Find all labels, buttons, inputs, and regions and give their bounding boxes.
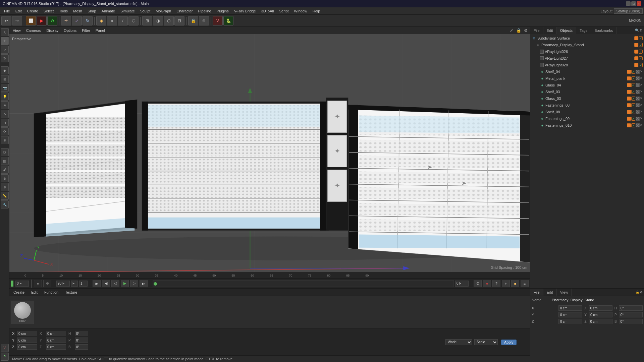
mat-texture[interactable]: Texture: [62, 290, 80, 295]
obj-tex-fastenings09[interactable]: [636, 117, 640, 121]
toolbar-rotate[interactable]: ↻: [83, 16, 93, 25]
toolbar-isoparms[interactable]: ⊟: [174, 16, 184, 25]
toolbar-move[interactable]: ✛: [61, 16, 71, 25]
vp-view[interactable]: View: [11, 28, 23, 33]
left-object[interactable]: ◆: [1, 66, 9, 74]
obj-glass03[interactable]: ◈ Glass_03 ✓ ✕: [530, 95, 644, 102]
attr-size-x[interactable]: [589, 305, 612, 311]
obj-color-vraylight028[interactable]: [634, 63, 638, 67]
anim-to-start[interactable]: ⏮: [93, 280, 101, 287]
coord-mode-select[interactable]: Scale Absolute Relative: [474, 339, 498, 345]
coord-system-select[interactable]: World Object Global: [445, 339, 472, 345]
menu-mograph[interactable]: MoGraph: [153, 8, 174, 14]
obj-tex-fastenings010[interactable]: [636, 123, 640, 127]
obj-visible-glass04[interactable]: ✓: [631, 83, 635, 87]
vp-options[interactable]: Options: [62, 28, 78, 33]
anim-btn5[interactable]: ■: [511, 280, 519, 287]
anim-btn4[interactable]: +: [502, 280, 510, 287]
om-tab-tags[interactable]: Tags: [576, 27, 591, 34]
obj-tex-glass04[interactable]: [636, 83, 640, 87]
attr-y-pos[interactable]: [558, 312, 582, 317]
vp-panel[interactable]: Panel: [94, 28, 107, 33]
obj-visible-shelf03[interactable]: ✓: [631, 90, 635, 94]
anim-btn2[interactable]: ●: [483, 280, 491, 287]
attr-h-rot[interactable]: [619, 305, 643, 311]
attr-z-pos[interactable]: [558, 319, 582, 324]
obj-color-metal-plank[interactable]: [627, 76, 631, 80]
menu-character[interactable]: Character: [174, 8, 195, 14]
menu-mesh[interactable]: Mesh: [70, 8, 85, 14]
obj-color-shelf08[interactable]: [627, 110, 631, 114]
vp-cameras[interactable]: Cameras: [24, 28, 43, 33]
obj-visible-fastenings09[interactable]: ✓: [631, 117, 635, 121]
window-controls[interactable]: _ □ ×: [626, 1, 641, 6]
toolbar-redo[interactable]: ↪: [12, 16, 22, 25]
obj-pharmacy-stand[interactable]: ○ Pharmacy_Display_Stand ✓: [530, 42, 644, 48]
left-material[interactable]: ⬡: [1, 148, 9, 156]
obj-metal-plank[interactable]: ◈ Metal_plank ✓ ✕: [530, 75, 644, 82]
toolbar-vray[interactable]: V: [213, 16, 223, 25]
left-measure[interactable]: 📏: [1, 192, 9, 200]
menu-vray[interactable]: V-Ray Bridge: [231, 8, 259, 14]
vp-maximize-icon[interactable]: ⤢: [508, 27, 515, 34]
keyframe-track[interactable]: [153, 280, 454, 287]
toolbar-wireframe[interactable]: ⬡: [164, 16, 174, 25]
left-rotate[interactable]: ↻: [1, 54, 9, 62]
obj-fastenings09[interactable]: ◈ Fastenings_09 ✓ ✕: [530, 115, 644, 122]
attr-x-pos[interactable]: [558, 305, 582, 311]
obj-tex-shelf08[interactable]: [636, 110, 640, 114]
viewport[interactable]: Perspective Grid Spacing : 100 cm: [9, 34, 530, 272]
obj-color-fastenings08[interactable]: [627, 103, 631, 107]
coord-z-size[interactable]: [46, 344, 66, 350]
menu-plugins[interactable]: Plugins: [214, 8, 231, 14]
obj-fastenings010[interactable]: ◈ Fastenings_010 ✓ ✕: [530, 122, 644, 129]
left-python[interactable]: P: [1, 353, 9, 361]
left-xref[interactable]: ⊕: [1, 183, 9, 191]
obj-color-glass04[interactable]: [627, 83, 631, 87]
obj-color-glass03[interactable]: [627, 97, 631, 101]
left-paint[interactable]: 🖌: [1, 166, 9, 174]
anim-record[interactable]: ●: [34, 280, 42, 287]
menu-pipeline[interactable]: Pipeline: [196, 8, 214, 14]
obj-color-shelf04[interactable]: [627, 70, 631, 74]
obj-color-shelf03[interactable]: [627, 90, 631, 94]
anim-play-fwd[interactable]: ▶: [121, 280, 129, 287]
om-search-icon[interactable]: 🔍: [635, 28, 639, 32]
obj-subdivision-surface[interactable]: ⊞ Subdivision Surface ✓: [530, 35, 644, 42]
left-scale[interactable]: ⤢: [1, 46, 9, 54]
anim-btn6[interactable]: ≡: [521, 280, 529, 287]
anim-to-end[interactable]: ⏭: [140, 280, 148, 287]
menu-create[interactable]: Create: [24, 8, 41, 14]
mat-function[interactable]: Function: [42, 290, 61, 295]
left-camera[interactable]: 📷: [1, 84, 9, 92]
menu-tools[interactable]: Tools: [56, 8, 70, 14]
obj-color-subdivision[interactable]: [634, 36, 638, 40]
attr-p-rot[interactable]: [619, 312, 643, 317]
left-select[interactable]: ↖: [1, 28, 9, 36]
obj-shelf03[interactable]: ◈ Shelf_03 ✓ ✕: [530, 88, 644, 95]
om-tab-file[interactable]: File: [530, 27, 543, 34]
anim-btn1[interactable]: ⊙: [474, 280, 482, 287]
coord-x-pos[interactable]: [17, 331, 37, 336]
left-scene[interactable]: ⊞: [1, 75, 9, 83]
maximize-button[interactable]: □: [631, 1, 636, 6]
menu-window[interactable]: Window: [291, 8, 310, 14]
obj-color-fastenings09[interactable]: [627, 117, 631, 121]
close-button[interactable]: ×: [637, 1, 641, 6]
mat-create[interactable]: Create: [11, 290, 27, 295]
toolbar-scale[interactable]: ⤢: [72, 16, 82, 25]
attr-b-rot[interactable]: [619, 319, 643, 324]
coord-y-size[interactable]: [46, 338, 66, 343]
om-tab-edit[interactable]: Edit: [543, 27, 557, 34]
menu-sculpt[interactable]: Sculpt: [138, 8, 153, 14]
minimize-button[interactable]: _: [626, 1, 631, 6]
left-deformer[interactable]: ≋: [1, 101, 9, 109]
coord-z-pos[interactable]: [17, 344, 37, 350]
obj-vraylight028[interactable]: VRayLight028 ✓: [530, 62, 644, 68]
obj-visible-vraylight027[interactable]: ✓: [639, 56, 643, 60]
left-texture[interactable]: ▦: [1, 157, 9, 165]
left-vray[interactable]: V: [1, 344, 9, 352]
om-tab-objects[interactable]: Objects: [557, 27, 576, 34]
obj-visible-fastenings08[interactable]: ✓: [631, 103, 635, 107]
menu-snap[interactable]: Snap: [85, 8, 99, 14]
